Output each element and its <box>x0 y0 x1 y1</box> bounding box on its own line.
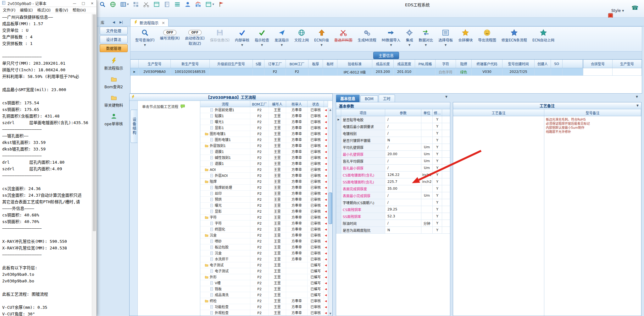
dropdown-icon[interactable]: ▼ <box>445 44 447 46</box>
process-tree-row[interactable]: 沉金P2王昱方奉幸已审核◀ <box>200 250 328 256</box>
column-header[interactable]: 验收标准 <box>337 60 372 68</box>
table-row[interactable]: ▶2V030P9BA010010200168535P2P2IPC-6012 II… <box>130 68 642 76</box>
process-tree-row[interactable]: 图形电镀1P2王昱方奉幸已审核◀ <box>200 137 328 143</box>
column-header[interactable]: 阻焊 <box>456 60 472 68</box>
process-tree-row[interactable]: 板边包胶P2王昱方奉幸已审核◀ <box>200 244 328 250</box>
process-tree-row[interactable]: 电子测试P2王昱已编写◀ <box>200 262 328 268</box>
maximize-button[interactable]: □ <box>79 0 88 7</box>
menu-item[interactable]: 帮助(H) <box>70 7 88 13</box>
process-tree-row[interactable]: 水洗烘干P2王昱方奉幸已审核◀ <box>200 256 328 262</box>
process-tree-row[interactable]: 阻焊P2王昱方奉幸已审核◀ <box>200 179 328 185</box>
nav-item[interactable]: ope单审核 <box>98 113 129 126</box>
toolbar-button[interactable]: 指示检查▼ <box>253 28 271 47</box>
phone-icon[interactable]: ☎ <box>631 4 638 11</box>
process-tree-row[interactable]: 功能检查P2王昱方奉幸已审核◀ <box>200 304 328 310</box>
scrollbar-thumb[interactable] <box>93 14 96 231</box>
tab-close-icon[interactable]: × <box>162 20 165 25</box>
param-row[interactable]: 表面完成铜厚度35.00Y <box>336 185 450 192</box>
column-header[interactable]: 流程 <box>200 101 250 107</box>
column-header[interactable]: 生产型号 <box>139 60 171 68</box>
param-value[interactable]: / <box>385 123 421 130</box>
column-header[interactable]: 参数 <box>385 109 421 116</box>
toolbar-button[interactable]: 合拼模块 <box>456 28 475 43</box>
detail-tab[interactable]: BOM <box>360 95 378 102</box>
param-value[interactable]: N <box>385 137 421 144</box>
process-tree-row[interactable]: 外形P2王昱已编写◀ <box>200 274 328 280</box>
process-tree-row[interactable]: 外层前处理1P2王昱方奉幸已审核◀ <box>200 107 328 113</box>
process-tree-row[interactable]: 退膜1P2王昱方奉幸已审核◀ <box>200 149 328 155</box>
scroll-up-icon[interactable]: ▲ <box>328 108 332 112</box>
nav-item[interactable]: Bom查询2 <box>98 76 129 89</box>
param-row[interactable]: 最小孔壁铜厚20.00UmY <box>336 151 450 158</box>
dropdown-icon[interactable]: ▼ <box>390 44 392 46</box>
process-tree-row[interactable]: 预烘P2王昱方奉幸已审核◀ <box>200 197 328 203</box>
dropdown-icon[interactable]: ▼ <box>212 3 214 6</box>
param-row[interactable]: 盲孔平均铜厚/UmY <box>336 158 450 165</box>
process-hint-area[interactable]: 单击节点加载工艺流程 <box>138 101 200 316</box>
process-tree-row[interactable]: 退膜1P2王昱方奉幸已审核◀ <box>200 161 328 167</box>
process-tree-row[interactable]: 贴膜1P2王昱方奉幸已审核◀ <box>200 113 328 119</box>
model-remark-cell[interactable]: 板边光滑无毛刺。符合RoHS必须保证阻焊开窗后能看见标记内层铜默认按最小5um制… <box>544 116 641 316</box>
column-header[interactable]: 成品宽度 <box>394 60 415 68</box>
param-row[interactable]: 盲孔最小铜厚/UmY <box>336 165 450 172</box>
param-value[interactable]: / <box>385 199 421 206</box>
param-row[interactable]: 电镀线别/Y <box>336 130 450 137</box>
process-tree-row[interactable]: 电子测试P2王昱已编写◀ <box>200 268 328 274</box>
param-row[interactable]: SS面电镀面积(含孔)225.7inch2Y <box>336 178 450 185</box>
column-header[interactable]: 板材 <box>323 60 337 68</box>
menu-item[interactable]: 编辑(E) <box>18 7 35 13</box>
toolbar-button[interactable]: 修复ECN条流程 <box>499 28 529 43</box>
dropdown-icon[interactable]: ▼ <box>408 44 410 46</box>
menu-item[interactable]: 格式(O) <box>35 7 53 13</box>
process-remark-cell[interactable] <box>453 116 544 316</box>
off-toggle[interactable]: OFF <box>163 30 176 35</box>
column-header[interactable]: BOM工厂 <box>250 101 269 107</box>
param-value[interactable]: 225.7 <box>385 178 421 185</box>
column-header[interactable]: 终端客户代码 <box>472 60 502 68</box>
collapse-icon-2[interactable]: ▼ <box>636 95 638 98</box>
toolbar-button[interactable]: 集成▼ <box>403 28 415 47</box>
column-header[interactable]: 创建人 <box>535 60 551 68</box>
param-value[interactable]: N <box>385 227 421 233</box>
param-row[interactable]: SS面残铜率52.3Y <box>336 213 450 220</box>
process-tree-row[interactable]: 阻焊前处理P2王昱方奉幸已审核◀ <box>200 185 328 191</box>
dropdown-icon[interactable]: ▼ <box>241 44 243 46</box>
tab-new-process[interactable]: 新流程指示 × <box>130 19 169 26</box>
off-toggle[interactable]: OFF <box>188 30 202 35</box>
chart-icon[interactable] <box>195 1 201 8</box>
param-row[interactable]: 表面最小完成铜厚/UmY <box>336 192 450 199</box>
column-header[interactable]: 字符 <box>436 60 456 68</box>
column-header[interactable]: 合拼型号 <box>583 60 613 68</box>
toolbar-button[interactable]: 发送指示▼ <box>272 28 291 47</box>
process-tree-row[interactable]: 图形电镀1P2王昱方奉幸已审核◀ <box>200 131 328 137</box>
tree-scrollbar[interactable]: ▲ ▼ <box>328 108 332 316</box>
toolbar-button[interactable]: 导出流程图 <box>476 28 498 43</box>
notepad-scrollbar[interactable] <box>92 14 97 316</box>
process-tree-row[interactable]: AOIP2王昱方奉幸已审核◀ <box>200 167 328 173</box>
param-value[interactable]: / <box>385 116 421 123</box>
process-tree-row[interactable]: 终检P2王昱方奉幸已审核◀ <box>200 298 328 304</box>
column-header[interactable]: 核审人 <box>286 101 308 107</box>
nav-item[interactable]: 审关键物料 <box>98 95 129 108</box>
process-tree-row[interactable]: 喷砂P2王昱方奉幸已审核◀ <box>200 238 328 244</box>
toolbar-button[interactable]: 内部审核▼ <box>233 28 252 47</box>
detail-tab[interactable]: 基本信息 <box>336 95 360 102</box>
board-icon[interactable]: ▼ <box>205 1 214 8</box>
toolbar-button[interactable]: 保存信息(S) <box>208 28 232 43</box>
detail-tab[interactable]: 工时 <box>379 95 395 102</box>
process-tree-row[interactable]: 碱性蚀刻1P2王昱方奉幸已审核◀ <box>200 155 328 161</box>
close-button[interactable]: × <box>88 0 97 7</box>
nav-button[interactable]: 设计算法 <box>100 35 128 43</box>
column-header[interactable]: BOM工厂 <box>286 60 308 68</box>
process-tree-row[interactable]: 终固化P2王昱方奉幸已审核◀ <box>200 226 328 232</box>
search-icon[interactable] <box>99 1 106 8</box>
process-tree-row[interactable]: 字符P2王昱方奉幸已审核◀ <box>200 221 328 226</box>
process-tree-row[interactable]: 字符P2王昱方奉幸已审核◀ <box>200 215 328 221</box>
nav-item[interactable]: 新流程指示 <box>98 57 129 71</box>
column-header[interactable]: 成品长度 <box>372 60 394 68</box>
notepad-content[interactable]: ——广州兴森快捷拼板信息——成品板厚(MM): 1.57交货单位 : U生产拼板… <box>2 14 91 316</box>
notebook-icon[interactable] <box>164 1 170 8</box>
main-info-title[interactable]: 主要信息 <box>373 52 399 59</box>
toolbar-button[interactable]: 文控上网 <box>292 28 311 43</box>
param-value[interactable]: / <box>385 220 421 226</box>
